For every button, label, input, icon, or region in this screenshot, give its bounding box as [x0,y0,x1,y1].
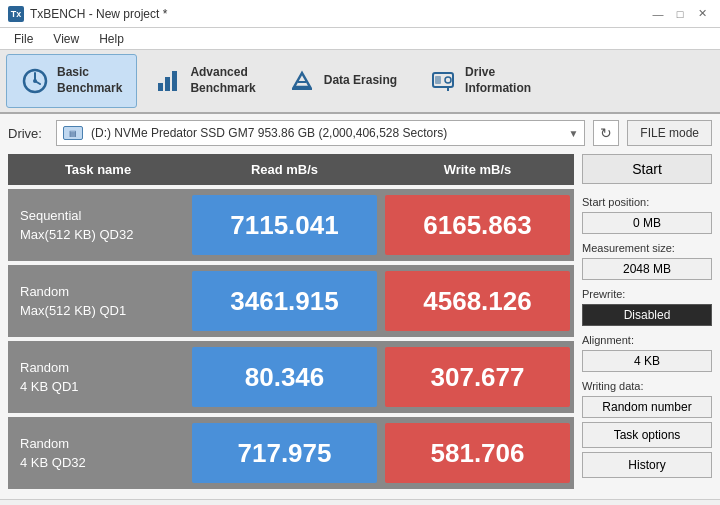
menu-view[interactable]: View [45,30,87,48]
bench-row-2-label: Random 4 KB QD1 [8,350,188,405]
measurement-size-value: 2048 MB [582,258,712,280]
bench-row-0-label: Sequential Max(512 KB) QD32 [8,198,188,253]
file-mode-button[interactable]: FILE mode [627,120,712,146]
chevron-down-icon: ▼ [568,128,578,139]
clock-icon [21,67,49,95]
bench-row-1-label: Random Max(512 KB) QD1 [8,274,188,329]
bench-row-0-read: 7115.041 [192,195,377,255]
svg-marker-7 [294,73,310,87]
svg-point-3 [33,79,37,83]
drive-select-text: ▤ (D:) NVMe Predator SSD GM7 953.86 GB (… [63,126,568,140]
bench-row-1: Random Max(512 KB) QD1 3461.915 4568.126 [8,265,574,337]
task-options-button[interactable]: Task options [582,422,712,448]
bench-row-3-label: Random 4 KB QD32 [8,426,188,481]
toolbar-data-erasing[interactable]: Data Erasing [273,54,412,108]
writing-data-value: Random number [582,396,712,418]
bench-row-3-write: 581.706 [385,423,570,483]
drive-select[interactable]: ▤ (D:) NVMe Predator SSD GM7 953.86 GB (… [56,120,585,146]
svg-rect-11 [435,76,441,84]
bench-row-2-write: 307.677 [385,347,570,407]
alignment-label: Alignment: [582,334,712,346]
toolbar-basic-benchmark[interactable]: Basic Benchmark [6,54,137,108]
basic-benchmark-label: Basic Benchmark [57,65,122,96]
svg-rect-6 [172,71,177,91]
prewrite-value: Disabled [582,304,712,326]
advanced-benchmark-label: Advanced Benchmark [190,65,255,96]
writing-data-label: Writing data: [582,380,712,392]
bench-row-3: Random 4 KB QD32 717.975 581.706 [8,417,574,489]
app-icon: Tx [8,6,24,22]
hdd-icon: ▤ [63,126,83,140]
right-panel: Start Start position: 0 MB Measurement s… [582,154,712,493]
bar-chart-icon [154,67,182,95]
svg-rect-4 [158,83,163,91]
menu-file[interactable]: File [6,30,41,48]
start-button[interactable]: Start [582,154,712,184]
content-area: Drive: ▤ (D:) NVMe Predator SSD GM7 953.… [0,114,720,499]
title-bar-left: Tx TxBENCH - New project * [8,6,167,22]
start-position-value: 0 MB [582,212,712,234]
benchmark-table: Task name Read mB/s Write mB/s Sequentia… [8,154,574,493]
close-button[interactable]: ✕ [692,5,712,23]
svg-rect-5 [165,77,170,91]
erase-icon [288,67,316,95]
drive-label: Drive: [8,126,48,141]
data-erasing-label: Data Erasing [324,73,397,89]
col-write: Write mB/s [381,154,574,185]
col-read: Read mB/s [188,154,381,185]
bench-row-3-read: 717.975 [192,423,377,483]
main-layout: Task name Read mB/s Write mB/s Sequentia… [8,154,712,493]
bench-row-2: Random 4 KB QD1 80.346 307.677 [8,341,574,413]
alignment-value: 4 KB [582,350,712,372]
svg-point-12 [445,77,451,83]
drive-information-label: Drive Information [465,65,531,96]
start-position-label: Start position: [582,196,712,208]
toolbar-drive-information[interactable]: Drive Information [414,54,546,108]
bench-row-0: Sequential Max(512 KB) QD32 7115.041 616… [8,189,574,261]
status-bar: Basic Benchmark finished successfully. [0,499,720,505]
bench-row-0-write: 6165.863 [385,195,570,255]
bench-row-1-write: 4568.126 [385,271,570,331]
menu-help[interactable]: Help [91,30,132,48]
window-title: TxBENCH - New project * [30,7,167,21]
drive-info-icon [429,67,457,95]
bench-table-header: Task name Read mB/s Write mB/s [8,154,574,185]
col-task-name: Task name [8,154,188,185]
history-button[interactable]: History [582,452,712,478]
drive-refresh-button[interactable]: ↻ [593,120,619,146]
bench-row-1-read: 3461.915 [192,271,377,331]
measurement-size-label: Measurement size: [582,242,712,254]
bench-row-2-read: 80.346 [192,347,377,407]
toolbar: Basic Benchmark Advanced Benchmark [0,50,720,114]
minimize-button[interactable]: — [648,5,668,23]
toolbar-advanced-benchmark[interactable]: Advanced Benchmark [139,54,270,108]
title-bar-controls: — □ ✕ [648,5,712,23]
drive-bar: Drive: ▤ (D:) NVMe Predator SSD GM7 953.… [8,120,712,146]
maximize-button[interactable]: □ [670,5,690,23]
menu-bar: File View Help [0,28,720,50]
title-bar: Tx TxBENCH - New project * — □ ✕ [0,0,720,28]
prewrite-label: Prewrite: [582,288,712,300]
